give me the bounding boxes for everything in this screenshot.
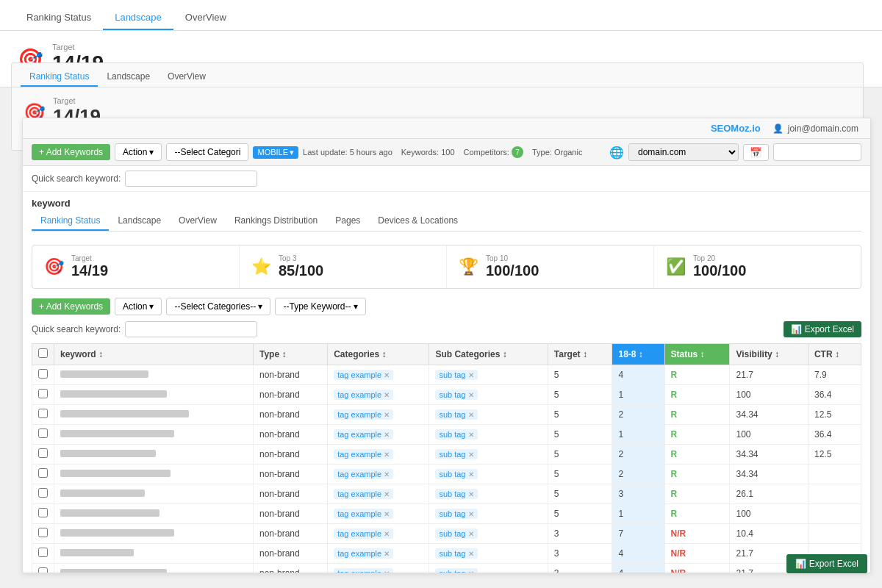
keyword-bar: [60, 390, 167, 398]
metric-target-label: Target: [71, 254, 108, 262]
keyword-bar: [60, 509, 159, 517]
row-checkbox[interactable]: [38, 488, 48, 498]
tag-remove-icon[interactable]: ✕: [384, 530, 390, 538]
inner-tab-landscape[interactable]: Landscape: [109, 212, 170, 231]
table-row: non-brand tag example ✕ sub tag ✕ 5 1 R …: [32, 385, 861, 405]
tag-remove-icon[interactable]: ✕: [384, 431, 390, 439]
back-tab-ranking[interactable]: Ranking Status: [21, 68, 98, 87]
inner-tab-devices[interactable]: Devices & Locations: [369, 212, 467, 231]
status-badge: R: [671, 409, 678, 420]
tag-remove-icon[interactable]: ✕: [384, 510, 390, 518]
col-type[interactable]: Type ↕: [253, 344, 327, 365]
inner-tab-overview[interactable]: OverView: [170, 212, 226, 231]
back-tab-overview[interactable]: OverView: [159, 68, 215, 87]
tab-ranking-status[interactable]: Ranking Status: [15, 6, 103, 30]
col-visibility[interactable]: Visibility ↕: [730, 344, 808, 365]
action-button[interactable]: Action ▾: [115, 143, 162, 161]
export-excel-button[interactable]: 📊 Export Excel: [784, 321, 861, 337]
row-checkbox[interactable]: [38, 528, 48, 537]
inner-tab-rankings-dist[interactable]: Rankings Distribution: [226, 212, 326, 231]
row-category: tag example ✕: [328, 544, 429, 564]
row-checkbox-cell: [32, 484, 54, 504]
select-all-checkbox[interactable]: [38, 348, 48, 358]
table-wrapper[interactable]: keyword ↕ Type ↕ Categories ↕ Sub Catego…: [32, 343, 861, 573]
col-status[interactable]: Status ↕: [664, 344, 730, 365]
add-keywords-button[interactable]: + Add Keywords: [32, 144, 110, 160]
back-tab-landscape[interactable]: Landscape: [98, 68, 159, 87]
tag-remove-icon[interactable]: ✕: [384, 490, 390, 498]
sub-tag-remove-icon[interactable]: ✕: [468, 570, 474, 574]
sub-tag-remove-icon[interactable]: ✕: [468, 371, 474, 379]
row-target: 3: [548, 524, 612, 544]
col-checkbox[interactable]: [32, 344, 54, 365]
col-rank[interactable]: 18-8 ↕: [612, 344, 664, 365]
row-ctr: 36.4: [808, 385, 861, 405]
row-checkbox[interactable]: [38, 369, 48, 379]
inner-tab-ranking[interactable]: Ranking Status: [32, 212, 109, 231]
sub-tag-remove-icon[interactable]: ✕: [468, 550, 474, 558]
row-status: R: [664, 445, 730, 465]
user-info: 👤 join@domain.com: [772, 123, 858, 134]
row-checkbox[interactable]: [38, 389, 48, 398]
sub-category-tag: sub tag ✕: [435, 509, 477, 519]
tag-remove-icon[interactable]: ✕: [384, 451, 390, 459]
row-checkbox[interactable]: [38, 468, 48, 478]
table-row: non-brand tag example ✕ sub tag ✕ 5 2 R …: [32, 465, 861, 484]
row-type: non-brand: [253, 365, 327, 385]
row-checkbox[interactable]: [38, 567, 48, 573]
seomoz-logo: SEOMoz.io: [711, 123, 761, 134]
tag-remove-icon[interactable]: ✕: [384, 470, 390, 478]
add-keywords-button-2[interactable]: + Add Keywords: [32, 298, 110, 315]
status-badge: R: [671, 390, 678, 400]
domain-select[interactable]: domain.com: [628, 143, 739, 161]
row-checkbox[interactable]: [38, 409, 48, 418]
tag-remove-icon[interactable]: ✕: [384, 411, 390, 419]
type-keyword-button[interactable]: --Type Keyword-- ▾: [275, 298, 365, 315]
row-checkbox[interactable]: [38, 429, 48, 438]
row-checkbox[interactable]: [38, 548, 48, 557]
keyword-bar: [60, 370, 148, 378]
quick-search-input-2[interactable]: [125, 321, 257, 337]
row-target: 5: [548, 465, 612, 484]
tag-remove-icon[interactable]: ✕: [384, 550, 390, 558]
select-categories-2[interactable]: --Select Categories-- ▾: [166, 298, 270, 315]
quick-search-input[interactable]: [125, 171, 257, 187]
bottom-export-button[interactable]: 📊 Export Excel: [786, 554, 867, 573]
metric-top20-label: Top 20: [693, 254, 746, 262]
row-sub-category: sub tag ✕: [429, 445, 548, 465]
row-checkbox[interactable]: [38, 448, 48, 458]
col-keyword[interactable]: keyword ↕: [54, 344, 254, 365]
right-search-bar[interactable]: [773, 143, 861, 161]
row-category: tag example ✕: [328, 445, 429, 465]
sub-tag-remove-icon[interactable]: ✕: [468, 490, 474, 498]
row-rank: 3: [612, 484, 664, 504]
tab-landscape[interactable]: Landscape: [103, 6, 173, 30]
mobile-badge[interactable]: MOBILE ▾: [253, 146, 298, 159]
col-sub-categories[interactable]: Sub Categories ↕: [429, 344, 548, 365]
select-categories-button[interactable]: --Select Categori: [166, 143, 248, 161]
tag-remove-icon[interactable]: ✕: [384, 570, 390, 574]
col-ctr[interactable]: CTR ↕: [808, 344, 861, 365]
col-categories[interactable]: Categories ↕: [328, 344, 429, 365]
sub-tag-remove-icon[interactable]: ✕: [468, 411, 474, 419]
sub-tag-remove-icon[interactable]: ✕: [468, 470, 474, 478]
sub-tag-remove-icon[interactable]: ✕: [468, 530, 474, 538]
sub-tag-remove-icon[interactable]: ✕: [468, 510, 474, 518]
sub-tag-remove-icon[interactable]: ✕: [468, 431, 474, 439]
col-target[interactable]: Target ↕: [548, 344, 612, 365]
row-ctr: [808, 465, 861, 484]
row-visibility: 100: [730, 425, 808, 445]
calendar-button[interactable]: 📅: [743, 144, 769, 161]
tab-overview[interactable]: OverView: [173, 6, 238, 30]
status-badge: R: [671, 449, 678, 459]
action-button-2[interactable]: Action ▾: [115, 298, 162, 315]
row-target: 5: [548, 385, 612, 405]
tag-remove-icon[interactable]: ✕: [384, 391, 390, 399]
row-checkbox[interactable]: [38, 508, 48, 517]
tag-remove-icon[interactable]: ✕: [384, 371, 390, 379]
action-label: Action: [123, 147, 147, 157]
sub-tag-remove-icon[interactable]: ✕: [468, 391, 474, 399]
sub-tag-remove-icon[interactable]: ✕: [468, 451, 474, 459]
row-visibility: 34.34: [730, 445, 808, 465]
inner-tab-pages[interactable]: Pages: [326, 212, 369, 231]
